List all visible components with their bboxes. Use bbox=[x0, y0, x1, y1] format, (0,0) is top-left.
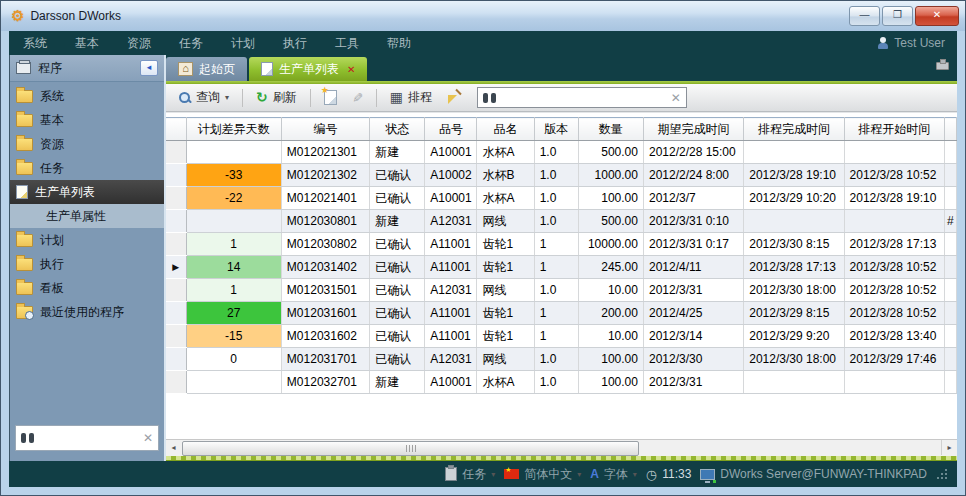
column-header-10[interactable]: 排程开始时间 bbox=[844, 118, 944, 141]
table-row[interactable]: M012030801新建A12031网线1.0500.002012/3/31 0… bbox=[166, 210, 957, 233]
cell[interactable]: 2012/3/29 8:15 bbox=[744, 302, 844, 325]
cell[interactable]: 2012/3/28 10:52 bbox=[844, 256, 944, 279]
toolbar-search-clear-icon[interactable]: ✕ bbox=[671, 91, 681, 105]
minimize-button[interactable]: — bbox=[849, 6, 880, 26]
sidebar-item-1[interactable]: 系统 bbox=[10, 84, 164, 108]
column-header-4[interactable]: 品号 bbox=[425, 118, 477, 141]
cell[interactable]: A12031 bbox=[425, 348, 477, 371]
query-dropdown-icon[interactable]: ▾ bbox=[225, 93, 229, 102]
diff-days-cell[interactable]: -22 bbox=[186, 187, 281, 210]
sidebar-item-3[interactable]: 资源 bbox=[10, 132, 164, 156]
cell[interactable]: 网线 bbox=[477, 210, 534, 233]
cell[interactable]: M012031601 bbox=[281, 302, 369, 325]
cell[interactable]: 2012/3/28 10:52 bbox=[844, 279, 944, 302]
diff-days-cell[interactable]: 14 bbox=[186, 256, 281, 279]
table-row[interactable]: -33M012021302已确认A10002水杯B1.01000.002012/… bbox=[166, 164, 957, 187]
cell[interactable] bbox=[944, 164, 956, 187]
cell[interactable] bbox=[944, 348, 956, 371]
cell[interactable]: 1.0 bbox=[534, 371, 578, 394]
cell[interactable]: 齿轮1 bbox=[477, 233, 534, 256]
menu-item-3[interactable]: 资源 bbox=[113, 31, 165, 55]
cell[interactable]: 2012/3/30 18:00 bbox=[744, 348, 844, 371]
cell[interactable]: 已确认 bbox=[370, 187, 425, 210]
cell[interactable] bbox=[744, 210, 844, 233]
cell[interactable]: A10001 bbox=[425, 187, 477, 210]
menu-item-4[interactable]: 任务 bbox=[165, 31, 217, 55]
cell[interactable]: A10001 bbox=[425, 371, 477, 394]
cell[interactable]: 2012/3/28 19:10 bbox=[744, 164, 844, 187]
overflow-marker-cell[interactable]: # bbox=[944, 210, 956, 233]
cell[interactable] bbox=[944, 325, 956, 348]
tab-close-icon[interactable]: ✕ bbox=[347, 64, 355, 75]
language-dropdown-icon[interactable]: ▾ bbox=[577, 470, 581, 479]
language-selector[interactable]: 简体中文 ▾ bbox=[504, 466, 581, 483]
sidebar-search-input[interactable] bbox=[39, 430, 138, 446]
cell[interactable]: 10.00 bbox=[578, 279, 643, 302]
cell[interactable] bbox=[944, 233, 956, 256]
sidebar-item-10[interactable]: 最近使用的程序 bbox=[10, 300, 164, 324]
diff-days-cell[interactable] bbox=[186, 210, 281, 233]
cell[interactable] bbox=[944, 371, 956, 394]
cell[interactable]: A10001 bbox=[425, 141, 477, 164]
cell[interactable]: M012031701 bbox=[281, 348, 369, 371]
close-button[interactable]: ✕ bbox=[915, 6, 959, 26]
table-row[interactable]: M012032701新建A10001水杯A1.0100.002012/3/31 bbox=[166, 371, 957, 394]
scrollbar-thumb[interactable] bbox=[182, 441, 639, 456]
resize-grip[interactable] bbox=[938, 470, 947, 479]
table-row[interactable]: -22M012021401已确认A10001水杯A1.0100.002012/3… bbox=[166, 187, 957, 210]
table-row[interactable]: 27M012031601已确认A11001齿轮11200.002012/4/25… bbox=[166, 302, 957, 325]
column-header-3[interactable]: 状态 bbox=[370, 118, 425, 141]
column-header-8[interactable]: 期望完成时间 bbox=[643, 118, 743, 141]
font-selector[interactable]: A 字体 ▾ bbox=[590, 466, 637, 483]
cell[interactable]: 1.0 bbox=[534, 187, 578, 210]
cell[interactable]: 新建 bbox=[370, 210, 425, 233]
schedule-button[interactable]: ▦ 排程 bbox=[386, 87, 436, 108]
clean-button[interactable] bbox=[443, 88, 466, 107]
cell[interactable]: 水杯A bbox=[477, 141, 534, 164]
cell[interactable]: M012021302 bbox=[281, 164, 369, 187]
diff-days-cell[interactable] bbox=[186, 141, 281, 164]
cell[interactable]: 2012/3/28 10:52 bbox=[844, 302, 944, 325]
cell[interactable]: 已确认 bbox=[370, 348, 425, 371]
cell[interactable] bbox=[944, 141, 956, 164]
sidebar-item-2[interactable]: 基本 bbox=[10, 108, 164, 132]
cell[interactable]: 2012/2/24 8:00 bbox=[643, 164, 743, 187]
menu-item-7[interactable]: 工具 bbox=[321, 31, 373, 55]
cell[interactable]: 1 bbox=[534, 302, 578, 325]
cell[interactable]: 2012/3/31 bbox=[643, 371, 743, 394]
table-row[interactable]: 1M012030802已确认A11001齿轮1110000.002012/3/3… bbox=[166, 233, 957, 256]
cell[interactable]: 已确认 bbox=[370, 302, 425, 325]
column-header-6[interactable]: 版本 bbox=[534, 118, 578, 141]
cell[interactable]: 10000.00 bbox=[578, 233, 643, 256]
cell[interactable] bbox=[744, 141, 844, 164]
cell[interactable] bbox=[944, 256, 956, 279]
cell[interactable]: 100.00 bbox=[578, 371, 643, 394]
pin-icon[interactable] bbox=[936, 62, 949, 70]
cell[interactable]: 齿轮1 bbox=[477, 325, 534, 348]
cell[interactable]: 2012/3/29 10:20 bbox=[744, 187, 844, 210]
tab-1[interactable]: ⌂起始页 bbox=[166, 57, 247, 81]
task-selector[interactable]: 任务 ▾ bbox=[445, 466, 495, 483]
cell[interactable] bbox=[944, 279, 956, 302]
edit-button[interactable]: ✎ bbox=[348, 88, 367, 107]
cell[interactable]: 245.00 bbox=[578, 256, 643, 279]
table-row[interactable]: M012021301新建A10001水杯A1.0500.002012/2/28 … bbox=[166, 141, 957, 164]
query-button[interactable]: 查询 ▾ bbox=[174, 87, 233, 108]
cell[interactable]: 齿轮1 bbox=[477, 302, 534, 325]
diff-days-cell[interactable]: 0 bbox=[186, 348, 281, 371]
cell[interactable]: 500.00 bbox=[578, 141, 643, 164]
cell[interactable]: 2012/3/30 bbox=[643, 348, 743, 371]
sidebar-search-clear-icon[interactable]: ✕ bbox=[143, 431, 153, 445]
cell[interactable]: 2012/3/28 10:52 bbox=[844, 164, 944, 187]
sidebar-item-8[interactable]: 执行 bbox=[10, 252, 164, 276]
cell[interactable]: M012030802 bbox=[281, 233, 369, 256]
cell[interactable]: 已确认 bbox=[370, 256, 425, 279]
cell[interactable]: 2012/2/28 15:00 bbox=[643, 141, 743, 164]
cell[interactable]: 2012/3/14 bbox=[643, 325, 743, 348]
cell[interactable]: 2012/3/29 17:46 bbox=[844, 348, 944, 371]
table-row[interactable]: 0M012031701已确认A12031网线1.0100.002012/3/30… bbox=[166, 348, 957, 371]
cell[interactable]: 2012/3/28 17:13 bbox=[844, 233, 944, 256]
cell[interactable]: 已确认 bbox=[370, 164, 425, 187]
cell[interactable]: 齿轮1 bbox=[477, 256, 534, 279]
diff-days-cell[interactable]: 1 bbox=[186, 279, 281, 302]
